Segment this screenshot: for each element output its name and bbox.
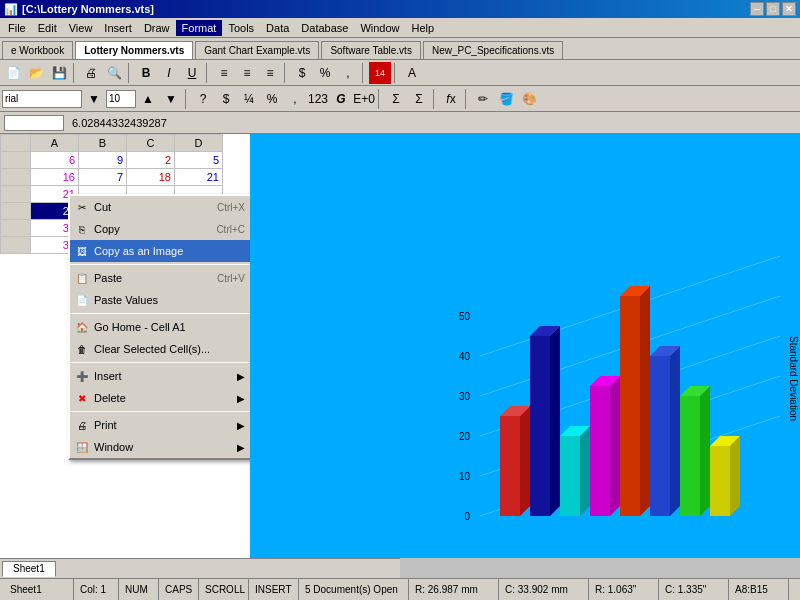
help-btn[interactable]: ? — [192, 88, 214, 110]
title-bar: 📊 [C:\Lottery Nommers.vts] ─ □ ✕ — [0, 0, 800, 18]
font-name-dropdown[interactable]: ▼ — [83, 88, 105, 110]
menu-window[interactable]: Window — [354, 20, 405, 36]
comma-btn[interactable]: , — [337, 62, 359, 84]
cell-a2[interactable]: 16 — [31, 169, 79, 186]
status-pos2: C: 33.902 mm — [499, 579, 589, 600]
status-docs: 5 Document(s) Open — [299, 579, 409, 600]
menu-draw[interactable]: Draw — [138, 20, 176, 36]
cell-c1[interactable]: 2 — [127, 152, 175, 169]
ctx-cut[interactable]: ✂ Cut Ctrl+X — [70, 196, 250, 218]
svg-marker-20 — [580, 426, 590, 516]
underline-btn[interactable]: U — [181, 62, 203, 84]
cell-b1[interactable]: 9 — [79, 152, 127, 169]
tab-gant[interactable]: Gant Chart Example.vts — [195, 41, 319, 59]
menu-view[interactable]: View — [63, 20, 99, 36]
sep5 — [362, 63, 366, 83]
align-right-btn[interactable]: ≡ — [259, 62, 281, 84]
maximize-button[interactable]: □ — [766, 2, 780, 16]
ctx-go-home[interactable]: 🏠 Go Home - Cell A1 — [70, 316, 250, 338]
menu-format[interactable]: Format — [176, 20, 223, 36]
cell-d2[interactable]: 21 — [175, 169, 223, 186]
bold-btn[interactable]: B — [135, 62, 157, 84]
percent-btn[interactable]: % — [314, 62, 336, 84]
menu-database[interactable]: Database — [295, 20, 354, 36]
italic-btn[interactable]: I — [158, 62, 180, 84]
minimize-button[interactable]: ─ — [750, 2, 764, 16]
open-btn[interactable]: 📂 — [25, 62, 47, 84]
menu-tools[interactable]: Tools — [222, 20, 260, 36]
align-center-btn[interactable]: ≡ — [236, 62, 258, 84]
ctx-copy[interactable]: ⎘ Copy Ctrl+C — [70, 218, 250, 240]
cell-c2[interactable]: 18 — [127, 169, 175, 186]
ctx-sep4 — [70, 411, 250, 412]
font-size-up[interactable]: ▲ — [137, 88, 159, 110]
ctx-sep3 — [70, 362, 250, 363]
status-pos4-label: C: 1.335" — [665, 584, 706, 595]
cell-b2[interactable]: 7 — [79, 169, 127, 186]
new-btn[interactable]: 📄 — [2, 62, 24, 84]
sheet-tab-1[interactable]: Sheet1 — [2, 561, 56, 577]
svg-marker-19 — [560, 436, 580, 516]
ctx-window[interactable]: 🪟 Window ▶ — [70, 436, 250, 458]
comma-btn2[interactable]: , — [284, 88, 306, 110]
exp-btn[interactable]: E+0 — [353, 88, 375, 110]
font-size-input[interactable] — [106, 90, 136, 108]
print-icon: 🖨 — [74, 417, 90, 433]
currency-btn[interactable]: $ — [291, 62, 313, 84]
row-num — [1, 152, 31, 169]
cell-a1[interactable]: 6 — [31, 152, 79, 169]
preview-btn[interactable]: 🔍 — [103, 62, 125, 84]
menu-help[interactable]: Help — [406, 20, 441, 36]
spreadsheet[interactable]: A B C D 6 9 2 5 16 7 18 — [0, 134, 250, 558]
svg-marker-35 — [730, 436, 740, 516]
ctx-copy-image[interactable]: 🖼 Copy as an Image — [70, 240, 250, 262]
ctx-paste[interactable]: 📋 Paste Ctrl+V — [70, 267, 250, 289]
menu-insert[interactable]: Insert — [98, 20, 138, 36]
color2-btn[interactable]: 🎨 — [518, 88, 540, 110]
tab-newpc[interactable]: New_PC_Specifications.vts — [423, 41, 563, 59]
col-header-a[interactable]: A — [31, 135, 79, 152]
cell-d1[interactable]: 5 — [175, 152, 223, 169]
menu-edit[interactable]: Edit — [32, 20, 63, 36]
calendar-btn[interactable]: 14 — [369, 62, 391, 84]
col-header-b[interactable]: B — [79, 135, 127, 152]
tab-lottery[interactable]: Lottery Nommers.vts — [75, 41, 193, 59]
sum-btn[interactable]: Σ — [385, 88, 407, 110]
col-header-d[interactable]: D — [175, 135, 223, 152]
menu-data[interactable]: Data — [260, 20, 295, 36]
ctx-clear[interactable]: 🗑 Clear Selected Cell(s)... — [70, 338, 250, 360]
font-size-down[interactable]: ▼ — [160, 88, 182, 110]
cell-ref-input[interactable] — [4, 115, 64, 131]
fill-btn[interactable]: 🪣 — [495, 88, 517, 110]
pct-btn2[interactable]: % — [261, 88, 283, 110]
tab-workbook[interactable]: e Workbook — [2, 41, 73, 59]
pencil-btn[interactable]: ✏ — [472, 88, 494, 110]
ctx-print[interactable]: 🖨 Print ▶ — [70, 414, 250, 436]
delete-arrow: ▶ — [237, 393, 245, 404]
ctx-print-label: Print — [94, 419, 117, 431]
ctx-paste-values[interactable]: 📄 Paste Values — [70, 289, 250, 311]
fx-btn[interactable]: fx — [440, 88, 462, 110]
align-left-btn[interactable]: ≡ — [213, 62, 235, 84]
status-pos1-label: R: 26.987 mm — [415, 584, 478, 595]
dollar-btn[interactable]: $ — [215, 88, 237, 110]
ctx-insert[interactable]: ➕ Insert ▶ — [70, 365, 250, 387]
row-num — [1, 169, 31, 186]
sheet-tabs: Sheet1 — [0, 558, 400, 578]
close-button[interactable]: ✕ — [782, 2, 796, 16]
save-btn[interactable]: 💾 — [48, 62, 70, 84]
g-btn[interactable]: G — [330, 88, 352, 110]
sigma-btn[interactable]: Σ — [408, 88, 430, 110]
print-arrow: ▶ — [237, 420, 245, 431]
num-btn[interactable]: 123 — [307, 88, 329, 110]
menu-file[interactable]: File — [2, 20, 32, 36]
tab-software[interactable]: Software Table.vts — [321, 41, 421, 59]
color-btn[interactable]: A — [401, 62, 423, 84]
ctx-delete[interactable]: ✖ Delete ▶ — [70, 387, 250, 409]
font-name-input[interactable] — [2, 90, 82, 108]
copy-icon: ⎘ — [74, 221, 90, 237]
col-header-c[interactable]: C — [127, 135, 175, 152]
formula-bar: 6.02844332439287 — [0, 112, 800, 134]
print-btn[interactable]: 🖨 — [80, 62, 102, 84]
frac-btn[interactable]: ¼ — [238, 88, 260, 110]
